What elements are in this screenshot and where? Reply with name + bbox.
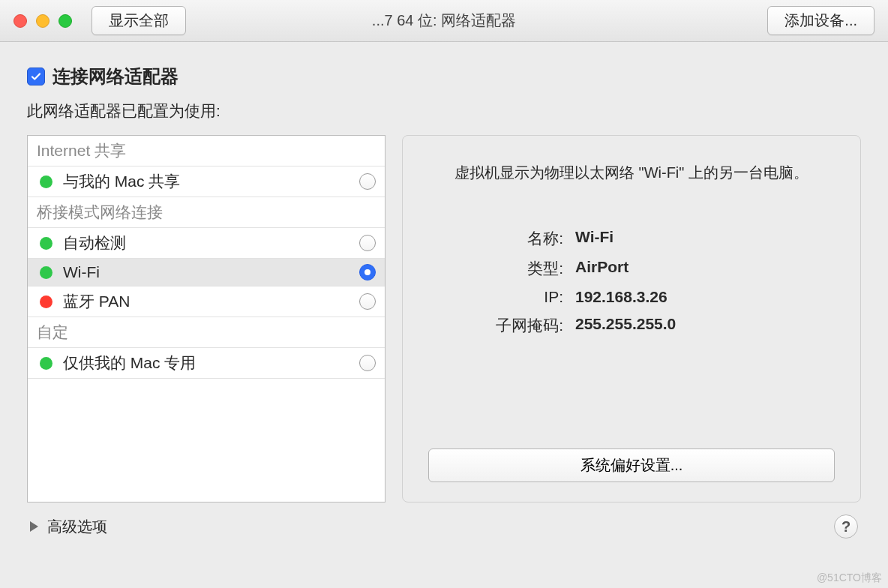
section-internet-sharing: Internet 共享	[28, 136, 385, 166]
status-dot-icon	[40, 237, 52, 250]
status-dot-icon	[40, 296, 52, 308]
maximize-icon[interactable]	[58, 14, 72, 28]
type-value: AirPort	[575, 258, 835, 279]
window-title: ...7 64 位: 网络适配器	[372, 10, 516, 31]
footer: 高级选项 ?	[27, 514, 861, 538]
radio-button[interactable]	[359, 293, 376, 310]
titlebar: 显示全部 ...7 64 位: 网络适配器 添加设备...	[0, 0, 888, 42]
list-item[interactable]: Wi-Fi	[28, 259, 385, 286]
system-preferences-button[interactable]: 系统偏好设置...	[428, 448, 835, 482]
list-item[interactable]: 仅供我的 Mac 专用	[28, 348, 385, 379]
watermark: @51CTO博客	[817, 572, 882, 585]
close-icon[interactable]	[14, 14, 27, 28]
list-item[interactable]: 蓝牙 PAN	[28, 286, 385, 317]
status-dot-icon	[40, 266, 52, 279]
detail-description: 虚拟机显示为物理以太网络 "Wi-Fi" 上的另一台电脑。	[428, 163, 835, 183]
subnet-value: 255.255.255.0	[575, 315, 835, 336]
connect-adapter-label: 连接网络适配器	[52, 64, 178, 88]
name-value: Wi-Fi	[575, 228, 835, 249]
list-item-label: Wi-Fi	[63, 263, 349, 281]
radio-button[interactable]	[359, 355, 376, 371]
radio-button[interactable]	[359, 264, 376, 280]
name-label: 名称:	[428, 228, 563, 249]
list-item-label: 与我的 Mac 共享	[63, 171, 349, 192]
connect-adapter-row: 连接网络适配器	[27, 64, 861, 88]
content-area: 连接网络适配器 此网络适配器已配置为使用: Internet 共享 与我的 Ma…	[0, 42, 888, 588]
ip-value: 192.168.3.26	[575, 288, 835, 306]
list-item-label: 自动检测	[63, 232, 349, 254]
disclosure-triangle-icon	[30, 521, 38, 532]
type-label: 类型:	[428, 258, 563, 279]
section-custom: 自定	[28, 317, 385, 348]
advanced-options-toggle[interactable]: 高级选项	[30, 517, 107, 537]
list-item-label: 仅供我的 Mac 专用	[63, 352, 349, 374]
list-item[interactable]: 与我的 Mac 共享	[28, 166, 385, 197]
show-all-button[interactable]: 显示全部	[92, 6, 186, 35]
list-item-label: 蓝牙 PAN	[63, 291, 349, 312]
network-list-panel: Internet 共享 与我的 Mac 共享 桥接模式网络连接 自动检测 Wi-…	[27, 135, 386, 502]
panels: Internet 共享 与我的 Mac 共享 桥接模式网络连接 自动检测 Wi-…	[27, 135, 861, 502]
radio-button[interactable]	[359, 235, 376, 251]
section-bridged: 桥接模式网络连接	[28, 197, 385, 228]
detail-panel: 虚拟机显示为物理以太网络 "Wi-Fi" 上的另一台电脑。 名称: Wi-Fi …	[402, 135, 861, 502]
detail-fields: 名称: Wi-Fi 类型: AirPort IP: 192.168.3.26 子…	[428, 228, 835, 336]
radio-button[interactable]	[359, 173, 376, 190]
ip-label: IP:	[428, 288, 563, 306]
config-subtext: 此网络适配器已配置为使用:	[27, 100, 861, 122]
minimize-icon[interactable]	[36, 14, 50, 28]
add-device-button[interactable]: 添加设备...	[767, 6, 874, 35]
status-dot-icon	[40, 176, 52, 188]
window-controls	[14, 14, 72, 28]
advanced-options-label: 高级选项	[47, 517, 107, 537]
list-item[interactable]: 自动检测	[28, 228, 385, 259]
subnet-label: 子网掩码:	[428, 315, 563, 336]
status-dot-icon	[40, 357, 52, 370]
connect-adapter-checkbox[interactable]	[27, 68, 45, 86]
help-button[interactable]: ?	[834, 514, 858, 538]
